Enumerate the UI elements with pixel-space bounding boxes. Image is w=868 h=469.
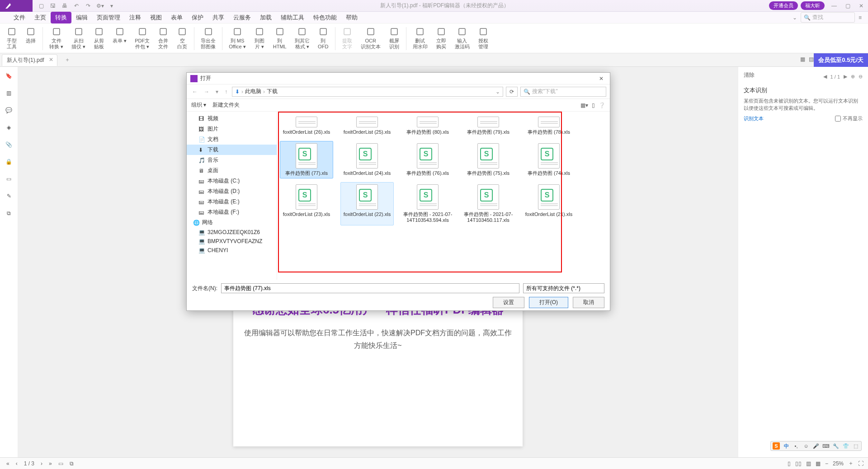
menu-item[interactable]: 视图 — [146, 12, 166, 23]
maximize-button[interactable]: ▢ — [841, 3, 854, 9]
menu-item[interactable]: 辅助工具 — [276, 12, 309, 23]
ribbon-button[interactable]: 授权 管理 — [474, 25, 492, 52]
qat-dropdown-icon[interactable]: ▾ — [108, 2, 116, 10]
ribbon-button[interactable]: 导出全 部图像 — [197, 25, 219, 52]
nav-recent-icon[interactable]: ▾ — [214, 89, 220, 95]
zoom-out-icon[interactable]: − — [825, 460, 828, 467]
tree-item[interactable]: 🖴本地磁盘 (F:) — [187, 207, 277, 217]
view-single-icon[interactable]: ▯ — [788, 460, 791, 467]
ribbon-button[interactable]: 从剪 贴板 — [90, 25, 108, 52]
minimize-button[interactable]: — — [827, 3, 841, 9]
ime-button[interactable]: ⬚ — [852, 442, 859, 450]
file-item[interactable]: S事件趋势图 (77).xls — [280, 141, 333, 178]
file-item[interactable]: SfoxitOrderList (21).xls — [522, 182, 576, 225]
promo-banner[interactable]: 会员低至0.5元/天 — [814, 53, 868, 67]
last-page-icon[interactable]: » — [47, 460, 54, 467]
compare-icon[interactable]: ✎ — [5, 192, 14, 201]
pager-expand-icon[interactable]: ⊕ — [851, 74, 855, 80]
zoom-in-icon[interactable]: ＋ — [848, 460, 854, 467]
next-page-icon[interactable]: › — [39, 460, 44, 467]
recognize-text-link[interactable]: 识别文本 — [744, 116, 764, 121]
new-folder-button[interactable]: 新建文件夹 — [212, 101, 240, 109]
pager-next-icon[interactable]: ▶ — [844, 74, 847, 80]
help-icon[interactable]: ❔ — [599, 102, 605, 108]
security-icon[interactable]: 🔒 — [5, 157, 14, 166]
prev-page-icon[interactable]: ‹ — [14, 460, 19, 467]
menu-item[interactable]: 加载 — [255, 12, 276, 23]
tree-item[interactable]: 💻CHENYI — [187, 246, 277, 255]
fullscreen-icon[interactable]: ⛶ — [858, 460, 863, 467]
menu-item[interactable]: 主页 — [30, 12, 51, 23]
menu-item[interactable]: 页面管理 — [92, 12, 125, 23]
nav-extra-icon[interactable]: ▭ — [57, 460, 65, 467]
ribbon-button[interactable]: 表单 ▾ — [109, 25, 130, 52]
ime-button[interactable]: ⌨ — [822, 442, 830, 450]
zoom-level[interactable]: 25% — [833, 460, 844, 467]
ribbon-collapse-icon[interactable]: ⌄ — [793, 14, 797, 21]
ribbon-button[interactable]: 手型 工具 — [3, 25, 21, 52]
print-icon[interactable]: 🖶 — [61, 2, 69, 10]
ribbon-button[interactable]: 选择 — [22, 25, 40, 52]
file-item[interactable]: S事件趋势图 (76).xls — [401, 141, 454, 178]
ribbon-button[interactable]: 空 白页 — [173, 25, 191, 52]
ribbon-button[interactable]: 截屏 识别 — [385, 25, 403, 52]
ribbon-button[interactable]: OCR 识别文本 — [357, 25, 384, 52]
menu-item[interactable]: 编辑 — [71, 12, 92, 23]
file-item[interactable]: S事件趋势图 (74).xls — [522, 141, 576, 178]
menu-hamburger-icon[interactable]: ≡ — [859, 14, 862, 21]
preview-pane-icon[interactable]: ▯ — [592, 102, 595, 108]
nav-forward-icon[interactable]: → — [202, 89, 211, 95]
nav-up-icon[interactable]: ↑ — [223, 89, 229, 95]
tree-item[interactable]: 🎵音乐 — [187, 155, 277, 165]
ribbon-button[interactable]: 到 MS Office ▾ — [225, 25, 250, 52]
ime-button[interactable]: 中 — [783, 442, 790, 450]
ribbon-button[interactable]: 立即 购买 — [432, 25, 450, 52]
tree-item[interactable]: 🌐网络 — [187, 217, 277, 228]
bookmark-icon[interactable]: 🔖 — [5, 71, 14, 80]
file-item[interactable]: SfoxitOrderList (22).xls — [340, 182, 394, 225]
ribbon-button[interactable]: 到图 片 ▾ — [250, 25, 269, 52]
ribbon-button[interactable]: 从扫 描仪 ▾ — [68, 25, 89, 52]
menu-item[interactable]: 特色功能 — [309, 12, 341, 23]
menu-item[interactable]: 注释 — [125, 12, 146, 23]
tree-item[interactable]: 🖥桌面 — [187, 165, 277, 176]
signature-icon[interactable]: ▭ — [5, 174, 14, 183]
open-icon[interactable]: ▢ — [37, 2, 45, 10]
page-indicator[interactable]: 1 / 3 — [22, 460, 36, 467]
filetype-select[interactable] — [523, 283, 604, 293]
menu-item[interactable]: 表单 — [166, 12, 187, 23]
attachments-icon[interactable]: 📎 — [5, 140, 14, 149]
pager-prev-icon[interactable]: ◀ — [823, 74, 827, 80]
menu-search-input[interactable]: 🔍 查找 — [801, 12, 855, 23]
qat-more-icon[interactable]: ⚙▾ — [96, 2, 104, 10]
cancel-button[interactable]: 取消 — [573, 297, 604, 308]
tree-item[interactable]: 🖼图片 — [187, 124, 277, 134]
dialog-close-button[interactable]: ✕ — [596, 75, 606, 82]
ime-button[interactable]: 🔧 — [832, 442, 840, 450]
file-item[interactable]: SfoxitOrderList (26).xls — [280, 114, 333, 137]
menu-item[interactable]: 帮助 — [341, 12, 362, 23]
user-button[interactable]: 福大昕 — [801, 1, 825, 10]
dialog-search-input[interactable]: 🔍 搜索"下载" — [520, 87, 606, 97]
tree-item[interactable]: 💻BMPXVTYVOFEAZNZ — [187, 237, 277, 246]
file-item[interactable]: SfoxitOrderList (25).xls — [340, 114, 394, 137]
tab-close-icon[interactable]: ✕ — [49, 56, 53, 63]
close-button[interactable]: ✕ — [854, 3, 868, 9]
menu-item[interactable]: 保护 — [187, 12, 208, 23]
file-item[interactable]: S事件趋势图 (79).xls — [462, 114, 515, 137]
view-cont-facing-icon[interactable]: ▦ — [816, 460, 821, 467]
ribbon-button[interactable]: 提取 文字 — [338, 25, 356, 52]
file-item[interactable]: S事件趋势图 - 2021-07-14T103543.594.xls — [401, 182, 454, 225]
breadcrumb[interactable]: ⬇ › 此电脑 › 下载 ⌄ — [232, 87, 503, 97]
pager-collapse-icon[interactable]: ⊖ — [859, 74, 863, 80]
ribbon-button[interactable]: 合并 文件 — [154, 25, 172, 52]
menu-item[interactable]: 转换 — [51, 12, 71, 23]
save-icon[interactable]: 🖫 — [49, 2, 57, 10]
document-tab[interactable]: 新人引导(1).pdf ✕ — [2, 54, 57, 66]
menu-item[interactable]: 云服务 — [229, 12, 255, 23]
tree-item[interactable]: 💻32MGOJZEEQK01Z6 — [187, 228, 277, 237]
settings-button[interactable]: 设置 — [493, 297, 524, 308]
file-item[interactable]: S事件趋势图 (80).xls — [401, 114, 454, 137]
tree-item[interactable]: ⬇下载 — [187, 145, 277, 155]
file-item[interactable]: SfoxitOrderList (24).xls — [340, 141, 394, 178]
